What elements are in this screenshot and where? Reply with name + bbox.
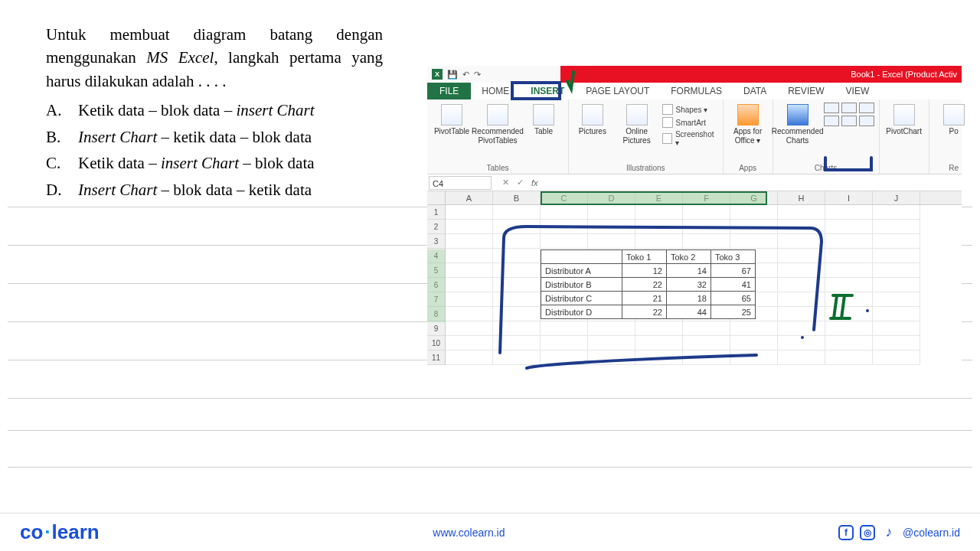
row-header-2[interactable]: 2 [427,220,446,234]
cell-J2[interactable] [873,220,920,234]
option-A[interactable]: A.Ketik data – blok data – insert Chart [46,99,383,122]
cell-F10[interactable] [683,336,730,350]
cell-A9[interactable] [446,321,493,336]
save-icon[interactable]: 💾 [447,70,458,80]
cell-F11[interactable] [683,350,730,365]
col-header-D[interactable]: D [588,191,635,204]
col-header-A[interactable]: A [446,191,493,204]
cell-B7[interactable] [493,292,541,307]
cell-F2[interactable] [683,220,730,234]
cell-J8[interactable] [873,307,920,321]
cell-I3[interactable] [825,234,873,249]
cell-C1[interactable] [541,205,588,220]
cell-J1[interactable] [873,205,920,220]
undo-icon[interactable]: ↶ [462,70,469,80]
footer-url[interactable]: www.colearn.id [433,527,505,539]
row-header-4[interactable]: 4 [427,249,446,263]
recommended-charts-button[interactable]: Recommended Charts [778,103,818,145]
cell-J9[interactable] [873,321,920,336]
cell-C3[interactable] [541,234,588,249]
cell-C10[interactable] [541,336,588,350]
cell-B8[interactable] [493,307,541,321]
cell-H11[interactable] [778,350,825,365]
shapes-button[interactable]: Shapes ▾ [662,104,718,115]
cell-A2[interactable] [446,220,493,234]
cell-G9[interactable] [730,321,778,336]
social-handle[interactable]: @colearn.id [903,527,960,539]
cell-C11[interactable] [541,350,588,365]
cell-G2[interactable] [730,220,778,234]
cell-E1[interactable] [635,205,683,220]
cell-B1[interactable] [493,205,541,220]
tab-page-layout[interactable]: PAGE LAYOUT [575,83,660,99]
cell-H6[interactable] [778,278,825,292]
enter-icon[interactable]: ✓ [517,178,524,187]
cell-H5[interactable] [778,263,825,278]
cell-B5[interactable] [493,263,541,278]
cell-D10[interactable] [588,336,635,350]
online-pictures-button[interactable]: Online Pictures [618,103,656,145]
cell-D1[interactable] [588,205,635,220]
col-header-G[interactable]: G [730,191,778,204]
cell-D3[interactable] [588,234,635,249]
cell-E10[interactable] [635,336,683,350]
cell-I9[interactable] [825,321,873,336]
cell-B4[interactable] [493,249,541,263]
cell-A3[interactable] [446,234,493,249]
cell-I5[interactable] [825,263,873,278]
col-header-C[interactable]: C [541,191,588,204]
option-C[interactable]: C.Ketik data – insert Chart – blok data [46,152,383,174]
screenshot-button[interactable]: Screenshot ▾ [662,130,718,147]
cell-A6[interactable] [446,278,493,292]
cell-F1[interactable] [683,205,730,220]
select-all-corner[interactable] [427,191,446,204]
cell-H4[interactable] [778,249,825,263]
cell-A5[interactable] [446,263,493,278]
tab-data[interactable]: DATA [733,83,777,99]
col-header-E[interactable]: E [635,191,683,204]
cell-I11[interactable] [825,350,873,365]
cell-B2[interactable] [493,220,541,234]
cell-H10[interactable] [778,336,825,350]
cell-H1[interactable] [778,205,825,220]
cell-I4[interactable] [825,249,873,263]
cell-G1[interactable] [730,205,778,220]
cell-B9[interactable] [493,321,541,336]
pivotchart-button[interactable]: PivotChart [884,103,924,136]
smartart-button[interactable]: SmartArt [662,117,718,128]
cell-H7[interactable] [778,292,825,307]
cell-J4[interactable] [873,249,920,263]
tab-view[interactable]: VIEW [835,83,880,99]
cell-I8[interactable] [825,307,873,321]
recommended-pivot-button[interactable]: Recommended PivotTables [478,103,518,145]
cell-I7[interactable] [825,292,873,307]
table-button[interactable]: Table [524,103,564,136]
redo-icon[interactable]: ↷ [474,70,481,80]
cell-E11[interactable] [635,350,683,365]
cell-I1[interactable] [825,205,873,220]
option-D[interactable]: D.Insert Chart – blok data – ketik data [46,178,383,201]
cell-I6[interactable] [825,278,873,292]
cell-I10[interactable] [825,336,873,350]
tab-review[interactable]: REVIEW [777,83,835,99]
col-header-F[interactable]: F [683,191,730,204]
pictures-button[interactable]: Pictures [573,103,612,136]
tab-formulas[interactable]: FORMULAS [660,83,733,99]
power-view-button[interactable]: Po [934,103,974,136]
cell-E3[interactable] [635,234,683,249]
cell-I2[interactable] [825,220,873,234]
chart-type-gallery[interactable] [824,103,874,126]
cell-A1[interactable] [446,205,493,220]
cell-H3[interactable] [778,234,825,249]
row-header-9[interactable]: 9 [427,321,446,336]
cell-J3[interactable] [873,234,920,249]
cell-A11[interactable] [446,350,493,365]
cell-G10[interactable] [730,336,778,350]
cell-C9[interactable] [541,321,588,336]
tab-file[interactable]: FILE [427,83,471,99]
facebook-icon[interactable]: f [838,525,854,540]
row-header-11[interactable]: 11 [427,350,446,365]
row-header-10[interactable]: 10 [427,336,446,350]
row-header-8[interactable]: 8 [427,307,446,321]
name-box[interactable]: C4 [429,176,492,190]
